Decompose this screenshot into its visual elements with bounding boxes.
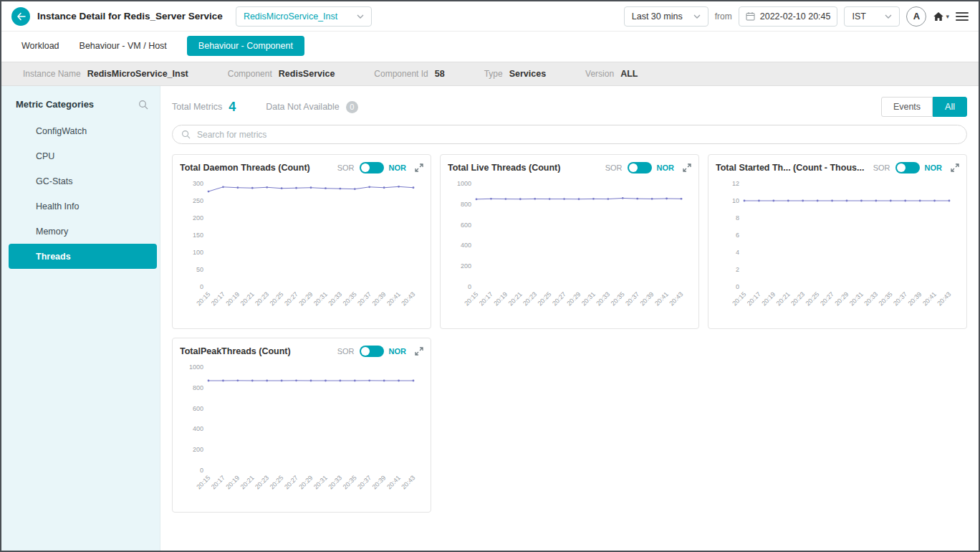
time-range-value: Last 30 mins — [632, 11, 683, 22]
svg-text:400: 400 — [461, 242, 471, 249]
timezone-select[interactable]: IST — [844, 6, 900, 27]
svg-text:20:23: 20:23 — [254, 474, 270, 490]
sor-nor-toggle[interactable] — [360, 346, 384, 357]
metric-card-total-daemon-threads: Total Daemon Threads (Count) SOR NOR 050… — [172, 154, 431, 329]
svg-text:20:43: 20:43 — [400, 474, 416, 490]
svg-text:20:39: 20:39 — [371, 290, 388, 307]
svg-text:20:25: 20:25 — [269, 474, 285, 490]
sor-nor-toggle[interactable] — [895, 162, 920, 173]
svg-text:50: 50 — [196, 266, 203, 273]
svg-text:800: 800 — [193, 384, 203, 391]
sidebar-title: Metric Categories — [16, 99, 94, 110]
sor-label: SOR — [337, 163, 355, 172]
metric-card-total-started-threads: Total Started Th... (Count - Thous... SO… — [708, 154, 967, 329]
svg-text:20:43: 20:43 — [668, 290, 684, 307]
svg-text:20:27: 20:27 — [551, 290, 567, 307]
info-version: Version ALL — [585, 69, 638, 79]
instance-info-band: Instance Name RedisMicroService_Inst Com… — [1, 62, 979, 86]
sidebar-item-gc-stats[interactable]: GC-Stats — [1, 168, 160, 194]
svg-text:20:31: 20:31 — [312, 290, 329, 307]
svg-text:20:31: 20:31 — [848, 290, 865, 307]
sidebar-item-cpu[interactable]: CPU — [1, 143, 160, 168]
app-window: Instance Detail for Redis_Server Service… — [0, 0, 980, 552]
sor-nor-toggle[interactable] — [360, 162, 384, 173]
line-chart-total-live-threads: 0200400600800100020:1520:1720:1920:2120:… — [448, 176, 691, 324]
card-title: Total Started Th... (Count - Thous... — [716, 163, 869, 173]
total-metrics-count: 4 — [229, 100, 236, 115]
expand-button[interactable] — [415, 163, 423, 172]
body: Metric Categories ConfigWatch CPU GC-Sta… — [1, 86, 979, 551]
caret-down-icon: ▾ — [946, 13, 949, 20]
svg-text:150: 150 — [193, 232, 203, 239]
svg-text:20:41: 20:41 — [921, 290, 938, 307]
svg-text:20:37: 20:37 — [624, 290, 640, 307]
expand-icon — [683, 163, 691, 172]
calendar-icon — [746, 11, 755, 21]
svg-text:400: 400 — [193, 425, 203, 432]
user-avatar[interactable]: A — [906, 6, 926, 27]
card-header: Total Daemon Threads (Count) SOR NOR — [180, 162, 423, 173]
home-button[interactable]: ▾ — [933, 11, 949, 22]
svg-text:20:35: 20:35 — [342, 290, 358, 307]
data-not-available-badge: 0 — [346, 101, 358, 113]
sidebar-item-health-info[interactable]: Health Info — [1, 194, 160, 219]
all-button[interactable]: All — [933, 97, 967, 117]
datetime-value: 2022-02-10 20:45 — [760, 11, 831, 22]
expand-icon — [415, 163, 423, 172]
svg-text:0: 0 — [468, 283, 471, 290]
svg-text:20:21: 20:21 — [239, 474, 256, 490]
sidebar-item-threads[interactable]: Threads — [9, 244, 157, 269]
from-label: from — [715, 11, 732, 22]
svg-text:20:17: 20:17 — [210, 474, 226, 490]
svg-text:20:17: 20:17 — [478, 290, 494, 307]
back-button[interactable] — [11, 7, 30, 26]
sidebar-item-configwatch[interactable]: ConfigWatch — [1, 118, 160, 143]
card-header: Total Live Threads (Count) SOR NOR — [448, 162, 691, 173]
svg-text:20:25: 20:25 — [269, 290, 285, 307]
search-icon[interactable] — [138, 100, 148, 110]
svg-text:200: 200 — [461, 262, 471, 270]
time-range-select[interactable]: Last 30 mins — [624, 6, 708, 27]
svg-text:20:17: 20:17 — [746, 290, 762, 307]
expand-button[interactable] — [951, 163, 959, 172]
svg-text:600: 600 — [461, 222, 471, 229]
tab-behaviour-vm-host[interactable]: Behaviour - VM / Host — [80, 36, 167, 56]
nor-label: NOR — [389, 163, 406, 172]
svg-text:20:33: 20:33 — [595, 290, 611, 307]
expand-button[interactable] — [415, 347, 423, 356]
svg-text:20:19: 20:19 — [760, 290, 777, 307]
info-value: 58 — [435, 69, 445, 79]
svg-text:300: 300 — [193, 180, 203, 187]
sidebar-item-memory[interactable]: Memory — [1, 219, 160, 244]
datetime-input[interactable]: 2022-02-10 20:45 — [739, 6, 838, 27]
instance-select[interactable]: RedisMicroService_Inst — [236, 6, 372, 27]
metric-card-total-peak-threads: TotalPeakThreads (Count) SOR NOR 0200400… — [172, 338, 431, 513]
search-input[interactable] — [196, 129, 958, 141]
svg-text:20:21: 20:21 — [239, 290, 256, 307]
svg-text:20:33: 20:33 — [327, 474, 343, 490]
svg-text:20:31: 20:31 — [580, 290, 597, 307]
events-button[interactable]: Events — [881, 97, 933, 117]
metric-card-total-live-threads: Total Live Threads (Count) SOR NOR 02004… — [440, 154, 699, 329]
sor-nor-toggle[interactable] — [628, 162, 652, 173]
svg-text:20:25: 20:25 — [537, 290, 553, 307]
svg-text:20:27: 20:27 — [819, 290, 835, 307]
tab-behaviour-component[interactable]: Behaviour - Component — [187, 36, 304, 56]
tab-workload[interactable]: Workload — [21, 36, 59, 56]
info-label: Version — [585, 69, 614, 79]
expand-button[interactable] — [683, 163, 691, 172]
svg-text:20:43: 20:43 — [936, 290, 952, 307]
header-controls: Last 30 mins from 2022-02-10 20:45 IST A… — [624, 6, 969, 27]
top-bar: Instance Detail for Redis_Server Service… — [1, 1, 979, 32]
svg-text:20:35: 20:35 — [878, 290, 894, 307]
expand-icon — [415, 347, 423, 356]
svg-text:20:29: 20:29 — [297, 474, 314, 490]
info-label: Instance Name — [23, 69, 81, 79]
svg-text:10: 10 — [732, 197, 739, 204]
home-icon — [933, 11, 944, 22]
svg-text:20:19: 20:19 — [224, 474, 241, 490]
svg-text:20:29: 20:29 — [297, 290, 314, 307]
nor-label: NOR — [657, 163, 674, 172]
svg-text:1000: 1000 — [189, 363, 203, 371]
menu-button[interactable] — [956, 9, 969, 24]
